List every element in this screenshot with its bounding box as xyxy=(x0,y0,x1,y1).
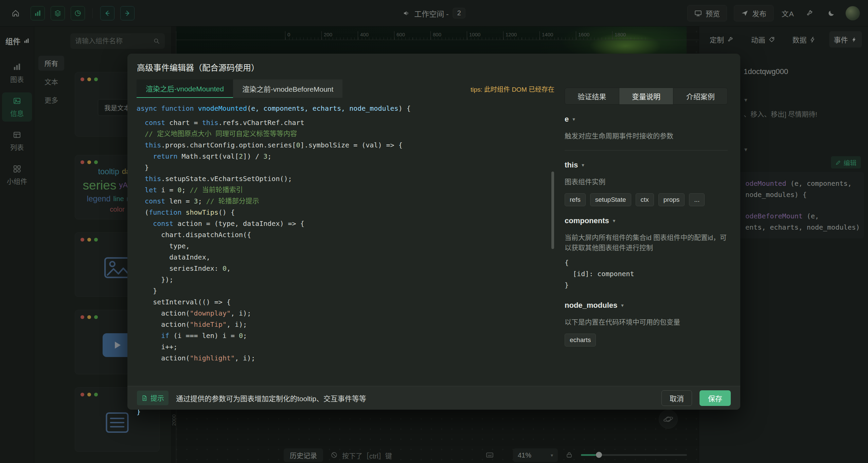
doc-divider xyxy=(565,150,728,150)
modal-footer: 提示 通过提供的参数可为图表增加定制化的tooltip、交互事件等等 取消 保存 xyxy=(127,386,740,410)
code-line: i++; xyxy=(137,341,554,353)
editor-scrollbar[interactable] xyxy=(551,172,554,249)
tab-validation-result[interactable]: 验证结果 xyxy=(565,88,619,104)
code-line: const chart = this.refs.vChartRef.chart xyxy=(137,117,554,128)
doc-code-sample: { [id]: component } xyxy=(565,257,728,291)
code-line: async function vnodeMounted(e, component… xyxy=(137,103,554,114)
chevron-down-icon: ▾ xyxy=(621,302,624,308)
chevron-down-icon: ▾ xyxy=(582,162,584,168)
doc-section-components[interactable]: components ▾ xyxy=(565,216,728,225)
code-line: setInterval(() => { xyxy=(137,297,554,308)
chevron-down-icon: ▾ xyxy=(572,116,575,122)
doc-section-name: e xyxy=(565,115,569,124)
code-line: }); xyxy=(137,274,554,285)
advanced-event-editor-modal: 高级事件编辑器（配合源码使用） 渲染之后-vnodeMounted 渲染之前-v… xyxy=(127,54,740,410)
app-root: 工作空间 - 2 预览 发布 文A 组件 xyxy=(0,0,868,463)
code-line: const action = (type, dataIndex) => { xyxy=(137,218,554,229)
code-line: const len = 3; // 轮播部分提示 xyxy=(137,196,554,207)
code-line: this.props.chartConfig.option.series[0].… xyxy=(137,140,554,151)
tab-examples[interactable]: 介绍案例 xyxy=(673,88,727,104)
footer-message: 通过提供的参数可为图表增加定制化的tooltip、交互事件等等 xyxy=(176,393,366,403)
doc-section-name: this xyxy=(565,161,578,170)
doc-section-name: node_modules xyxy=(565,301,617,310)
tab-vnode-before-mount[interactable]: 渲染之前-vnodeBeforeMount xyxy=(233,79,342,98)
param-chip: refs xyxy=(565,193,586,206)
param-chip: setupState xyxy=(590,193,631,206)
code-line: // 定义地图原点大小 同理可自定义标签等等内容 xyxy=(137,128,554,140)
code-line: } xyxy=(137,162,554,173)
code-line: let i = 0; // 当前轮播索引 xyxy=(137,184,554,196)
document-icon xyxy=(141,395,147,401)
docs-panel: 验证结果 变量说明 介绍案例 e ▾ 触发对应生命周期事件时接收的参数 this… xyxy=(565,88,728,346)
code-line: return Math.sqrt(val[2]) / 3; xyxy=(137,151,554,162)
tip-badge: 提示 xyxy=(137,391,169,405)
param-chip-list: echarts xyxy=(565,334,728,346)
tab-variable-docs[interactable]: 变量说明 xyxy=(619,88,673,104)
tip-badge-label: 提示 xyxy=(150,393,164,403)
param-chip: props xyxy=(658,193,685,206)
code-line: action("highlight", i); xyxy=(137,353,554,364)
doc-section-desc: 当前大屏内所有组件的集合id 图表组件中的配置id，可以获取其他图表组件进行控制 xyxy=(565,233,728,253)
doc-section-desc: 以下是内置在代码环境中可用的包变量 xyxy=(565,317,728,327)
param-chip: ctx xyxy=(636,193,654,206)
param-chip: ... xyxy=(689,193,705,206)
code-line: dataIndex, xyxy=(137,252,554,263)
doc-section-e[interactable]: e ▾ xyxy=(565,115,728,124)
doc-section-desc: 图表组件实例 xyxy=(565,177,728,187)
param-chip-list: refssetupStatectxprops... xyxy=(565,193,728,206)
dom-tip-text: tips: 此时组件 DOM 已经存在 xyxy=(471,84,554,93)
param-chip: echarts xyxy=(565,334,596,346)
code-line: this.setupState.vEchartsSetOption(); xyxy=(137,173,554,184)
tab-vnode-mounted[interactable]: 渲染之后-vnodeMounted xyxy=(137,79,233,98)
code-line: type, xyxy=(137,241,554,252)
code-line: action("downplay", i); xyxy=(137,308,554,319)
chevron-down-icon: ▾ xyxy=(613,218,616,224)
code-line: chart.dispatchAction({ xyxy=(137,229,554,241)
save-button[interactable]: 保存 xyxy=(699,390,731,406)
doc-section-desc: 触发对应生命周期事件时接收的参数 xyxy=(565,131,728,141)
doc-section-node-modules[interactable]: node_modules ▾ xyxy=(565,301,728,310)
modal-title: 高级事件编辑器（配合源码使用） xyxy=(137,61,259,73)
cancel-button[interactable]: 取消 xyxy=(661,390,692,406)
doc-section-name: components xyxy=(565,216,609,225)
docs-tabs: 验证结果 变量说明 介绍案例 xyxy=(565,88,728,105)
code-line: action("hideTip", i); xyxy=(137,319,554,330)
code-line: seriesIndex: 0, xyxy=(137,263,554,274)
code-line: if (i === len) i = 0; xyxy=(137,330,554,341)
doc-section-this[interactable]: this ▾ xyxy=(565,161,728,170)
lifecycle-tabbar: 渲染之后-vnodeMounted 渲染之前-vnodeBeforeMount … xyxy=(137,79,554,98)
code-line: } xyxy=(137,285,554,297)
code-editor[interactable]: async function vnodeMounted(e, component… xyxy=(137,103,554,405)
code-line: (function showTips() { xyxy=(137,207,554,218)
